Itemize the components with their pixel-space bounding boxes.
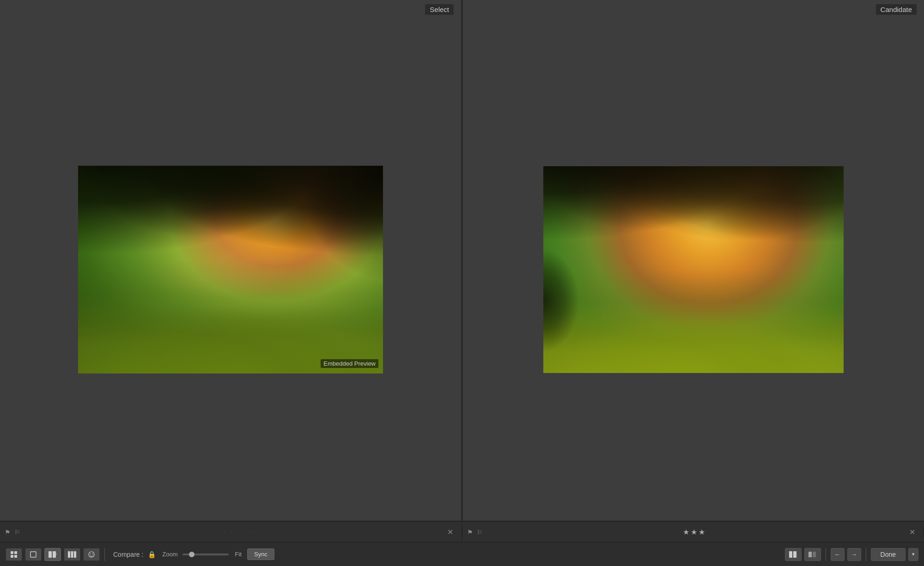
svg-rect-10	[74, 551, 76, 558]
zoom-label: Zoom	[162, 551, 177, 558]
flag-right-icon[interactable]: ⚑	[467, 529, 473, 536]
compare-label: Compare :	[113, 551, 143, 558]
candidate-photo	[543, 166, 844, 373]
select-label: Select	[425, 4, 454, 15]
done-button[interactable]: Done	[871, 548, 906, 561]
compare-area: Select Embedded Preview	[0, 0, 924, 521]
svg-rect-5	[49, 551, 52, 558]
star-1: ★	[683, 528, 689, 536]
separator-1	[104, 548, 105, 561]
candidate-panel-header: Candidate	[463, 0, 924, 18]
make-select-btn[interactable]: ↕	[785, 548, 802, 561]
zoom-slider[interactable]	[182, 554, 229, 555]
filmstrip-left-center: · · · · · · · · ·	[24, 530, 440, 535]
svg-rect-6	[53, 551, 56, 558]
filmstrip-left-controls: ⚑ ⚐ · · · · · · · · · ✕	[0, 528, 462, 536]
embedded-preview-label: Embedded Preview	[321, 359, 378, 368]
separator-2	[826, 548, 826, 561]
svg-rect-1	[14, 551, 17, 554]
flag-left-icon[interactable]: ⚑	[5, 529, 11, 536]
svg-rect-8	[68, 551, 70, 558]
candidate-label: Candidate	[876, 4, 917, 15]
fit-label: Fit	[235, 551, 242, 558]
loupe-view-btn[interactable]	[25, 548, 42, 561]
grid-view-btn[interactable]	[6, 548, 22, 561]
star-rating[interactable]: ★ ★ ★	[683, 528, 705, 536]
svg-point-12	[90, 554, 91, 554]
sync-button[interactable]: Sync	[247, 548, 274, 560]
compare-view-btn[interactable]: XY	[44, 548, 61, 561]
close-left-btn[interactable]: ✕	[444, 528, 457, 536]
svg-rect-15	[793, 551, 796, 558]
unflag-right-icon[interactable]: ⚐	[477, 529, 483, 536]
select-image-container[interactable]: Embedded Preview	[0, 18, 461, 521]
svg-rect-0	[11, 551, 13, 554]
svg-rect-2	[11, 555, 13, 558]
zoom-slider-container[interactable]	[182, 554, 229, 555]
close-right-btn[interactable]: ✕	[906, 528, 919, 536]
candidate-panel: Candidate	[463, 0, 924, 521]
prev-btn[interactable]: ←	[831, 548, 845, 561]
select-panel-header: Select	[0, 0, 461, 18]
survey-view-btn[interactable]	[64, 548, 80, 561]
next-btn[interactable]: →	[847, 548, 861, 561]
swap-candidate-btn[interactable]	[804, 548, 821, 561]
zoom-slider-thumb[interactable]	[189, 552, 195, 557]
candidate-image-container[interactable]	[463, 18, 924, 521]
filmstrip-right: ⚑ ⚐ ★ ★ ★ ✕	[462, 521, 924, 542]
svg-rect-9	[71, 551, 73, 558]
toolbar-right: ↕ ← → Done ▾	[785, 548, 918, 561]
star-3: ★	[699, 528, 705, 536]
filmstrip-left: ⚑ ⚐ · · · · · · · · · ✕	[0, 521, 462, 542]
svg-rect-4	[30, 552, 36, 557]
dropdown-btn[interactable]: ▾	[908, 548, 918, 561]
unflag-left-icon[interactable]: ⚐	[14, 529, 20, 536]
star-2: ★	[691, 528, 697, 536]
select-photo: Embedded Preview	[78, 166, 383, 373]
face-view-btn[interactable]	[83, 548, 100, 561]
svg-rect-14	[789, 551, 792, 558]
svg-rect-17	[808, 552, 812, 557]
filmstrip-right-controls: ⚑ ⚐ ★ ★ ★ ✕	[462, 528, 924, 536]
lock-icon[interactable]: 🔒	[148, 551, 156, 558]
filmstrip-right-center: ★ ★ ★	[486, 528, 902, 536]
svg-text:↕: ↕	[796, 553, 797, 556]
svg-rect-3	[14, 555, 17, 558]
svg-point-13	[92, 554, 93, 554]
filmstrip-area: ⚑ ⚐ · · · · · · · · · ✕ ⚑ ⚐ ★ ★ ★ ✕	[0, 521, 924, 542]
select-panel: Select Embedded Preview	[0, 0, 461, 521]
svg-rect-18	[813, 552, 816, 557]
bottom-toolbar: XY Compare : 🔒 Zoom Fit Sync	[0, 542, 924, 566]
svg-text:XY: XY	[56, 553, 57, 555]
separator-3	[866, 548, 866, 561]
